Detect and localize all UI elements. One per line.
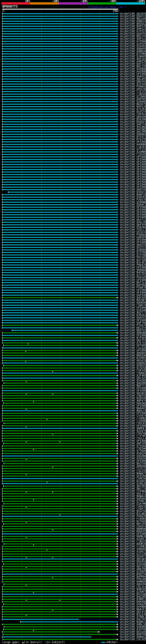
alignment-bar[interactable]	[2, 194, 117, 195]
alignment-bar[interactable]	[20, 622, 117, 622]
alignment-bar[interactable]	[2, 274, 117, 276]
alignment-bar[interactable]	[2, 355, 117, 356]
alignment-bar[interactable]	[2, 119, 117, 120]
alignment-bar[interactable]	[2, 182, 117, 182]
alignment-bar[interactable]	[3, 564, 117, 564]
alignment-bar[interactable]	[2, 99, 117, 100]
alignment-bar[interactable]	[2, 352, 117, 354]
alignment-bar[interactable]	[2, 541, 117, 542]
alignment-bar[interactable]	[2, 260, 117, 260]
alignment-bar[interactable]	[2, 58, 117, 60]
alignment-bar[interactable]	[2, 290, 117, 290]
alignment-bar[interactable]	[2, 244, 117, 245]
alignment-bar[interactable]	[2, 94, 117, 94]
alignment-bar[interactable]	[2, 556, 117, 557]
alignment-bar[interactable]	[2, 335, 117, 336]
alignment-bar[interactable]	[2, 159, 117, 160]
alignment-bar[interactable]	[2, 280, 117, 280]
alignment-bar[interactable]	[4, 503, 117, 504]
alignment-bar[interactable]	[2, 247, 117, 248]
alignment-bar[interactable]	[2, 197, 117, 198]
alignment-bar[interactable]	[2, 453, 117, 454]
alignment-bar[interactable]	[2, 111, 117, 112]
alignment-bar[interactable]	[2, 232, 117, 233]
alignment-bar[interactable]	[2, 446, 117, 446]
alignment-bar[interactable]	[2, 264, 117, 266]
alignment-bar[interactable]	[3, 345, 117, 346]
alignment-bar[interactable]	[2, 589, 117, 590]
alignment-bar[interactable]	[2, 252, 117, 253]
alignment-bar[interactable]	[3, 639, 117, 640]
alignment-bar[interactable]	[2, 234, 117, 235]
hit-accession-label[interactable]: UniRef100_C4LXX5	[120, 638, 146, 641]
alignment-bar[interactable]	[2, 594, 117, 595]
alignment-bar[interactable]	[2, 601, 117, 602]
alignment-bar[interactable]	[2, 350, 117, 351]
alignment-bar[interactable]	[4, 423, 117, 424]
alignment-bar[interactable]	[2, 428, 117, 429]
alignment-bar[interactable]	[2, 96, 117, 97]
alignment-bar[interactable]	[2, 164, 117, 165]
alignment-bar[interactable]	[2, 28, 117, 29]
alignment-bar[interactable]	[2, 468, 117, 469]
alignment-bar[interactable]	[2, 420, 117, 421]
alignment-bar[interactable]	[2, 410, 117, 411]
alignment-bar[interactable]	[2, 430, 117, 431]
alignment-bar[interactable]	[2, 511, 117, 512]
alignment-bar[interactable]	[2, 611, 117, 612]
alignment-bar[interactable]	[2, 636, 90, 637]
alignment-bar[interactable]	[2, 448, 117, 449]
alignment-bar[interactable]	[2, 408, 117, 409]
alignment-bar[interactable]	[2, 342, 117, 343]
alignment-bar[interactable]	[2, 493, 117, 494]
alignment-bar[interactable]	[2, 21, 117, 22]
alignment-bar[interactable]	[4, 544, 117, 544]
alignment-bar[interactable]	[2, 488, 117, 489]
alignment-bar[interactable]	[2, 456, 117, 456]
alignment-bar[interactable]	[2, 508, 117, 509]
alignment-bar[interactable]	[2, 372, 117, 374]
alignment-bar[interactable]	[2, 390, 117, 391]
alignment-bar[interactable]	[2, 561, 117, 562]
alignment-bar[interactable]	[2, 187, 117, 188]
alignment-bar[interactable]	[2, 152, 117, 152]
alignment-bar[interactable]	[4, 383, 117, 384]
alignment-bar[interactable]	[2, 521, 117, 522]
alignment-bar[interactable]	[2, 460, 117, 462]
alignment-bar[interactable]	[2, 277, 117, 278]
alignment-bar[interactable]	[2, 466, 117, 466]
alignment-bar[interactable]	[2, 229, 117, 230]
alignment-bar[interactable]	[2, 307, 117, 308]
alignment-bar[interactable]	[2, 71, 117, 72]
alignment-bar[interactable]	[2, 360, 117, 361]
alignment-bar[interactable]	[2, 18, 117, 19]
alignment-bar[interactable]	[2, 481, 117, 482]
alignment-bar[interactable]	[2, 581, 117, 582]
alignment-bar[interactable]	[2, 327, 117, 328]
alignment-bar[interactable]	[2, 538, 117, 539]
alignment-bar[interactable]	[2, 418, 117, 419]
alignment-bar[interactable]	[2, 146, 117, 147]
alignment-bar[interactable]	[2, 398, 117, 399]
alignment-bar[interactable]	[2, 378, 117, 378]
alignment-bar[interactable]	[2, 227, 117, 228]
alignment-bar[interactable]	[2, 348, 117, 348]
alignment-bar[interactable]	[2, 114, 117, 115]
alignment-bar[interactable]	[2, 554, 117, 554]
alignment-bar[interactable]	[2, 385, 117, 386]
alignment-bar[interactable]	[4, 584, 117, 584]
alignment-bar[interactable]	[2, 217, 117, 218]
alignment-bar[interactable]	[2, 101, 117, 102]
alignment-bar[interactable]	[2, 362, 117, 364]
alignment-bar[interactable]	[2, 302, 117, 303]
alignment-bar[interactable]	[2, 26, 117, 27]
alignment-bar[interactable]	[2, 415, 117, 416]
alignment-bar[interactable]	[2, 295, 117, 296]
alignment-bar[interactable]	[2, 338, 117, 338]
alignment-bar[interactable]	[2, 536, 117, 537]
alignment-bar[interactable]	[2, 305, 117, 306]
alignment-bar[interactable]	[2, 214, 117, 215]
alignment-bar[interactable]	[2, 478, 117, 479]
alignment-bar[interactable]	[2, 89, 117, 90]
alignment-bar[interactable]	[3, 629, 117, 630]
